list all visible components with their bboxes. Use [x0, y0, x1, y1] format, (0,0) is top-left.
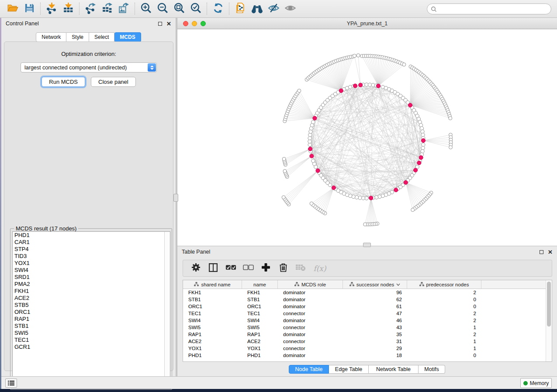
- network-hub-node[interactable]: [404, 180, 408, 184]
- cell-name[interactable]: YOX1: [242, 346, 278, 351]
- mcds-result-list[interactable]: PHD1CAR1STP4TID3YOX1SWI4SRD1PMA2FKH1ACE2…: [12, 231, 170, 388]
- cell-shared-name[interactable]: RAP1: [183, 332, 242, 337]
- zoom-fit-button[interactable]: [171, 2, 187, 16]
- hide-selected-button[interactable]: [265, 2, 282, 16]
- mcds-result-item[interactable]: RAP1: [13, 316, 170, 323]
- minimize-window-icon[interactable]: [192, 21, 197, 26]
- zoom-selected-button[interactable]: [187, 2, 204, 16]
- cell-name[interactable]: ORC1: [242, 304, 278, 309]
- column-header-shared-name[interactable]: shared name: [183, 280, 242, 289]
- cell-successor-nodes[interactable]: 62: [343, 297, 407, 302]
- mcds-result-item[interactable]: STB1: [13, 323, 170, 330]
- mcds-result-item[interactable]: ACE2: [13, 295, 170, 302]
- table-row[interactable]: STB1STB1dominator620: [183, 296, 552, 303]
- network-hub-node[interactable]: [308, 147, 312, 151]
- close-table-panel-icon[interactable]: ✕: [548, 250, 553, 254]
- cell-shared-name[interactable]: PHD1: [183, 353, 242, 358]
- cell-successor-nodes[interactable]: 18: [343, 353, 407, 358]
- cell-predecessor-nodes[interactable]: 2: [407, 318, 481, 323]
- network-window-titlebar[interactable]: YPA_prune.txt_1: [177, 18, 557, 29]
- network-hub-node[interactable]: [310, 154, 314, 158]
- tab-motifs[interactable]: Motifs: [419, 365, 445, 374]
- apply-layout-button[interactable]: [210, 2, 226, 16]
- cell-successor-nodes[interactable]: 61: [343, 304, 407, 309]
- close-window-icon[interactable]: [183, 21, 188, 26]
- mcds-result-item[interactable]: FKH1: [13, 288, 170, 295]
- network-node[interactable]: [356, 54, 360, 57]
- column-header-MCDS-role[interactable]: MCDS role: [278, 280, 343, 289]
- tab-edge-table[interactable]: Edge Table: [329, 365, 369, 374]
- table-row[interactable]: ACE2ACE2connector311: [183, 338, 552, 345]
- search-input[interactable]: [437, 6, 542, 12]
- cell-shared-name[interactable]: YOX1: [183, 346, 242, 351]
- cell-shared-name[interactable]: FKH1: [183, 290, 242, 295]
- network-node[interactable]: [283, 169, 287, 173]
- mcds-result-item[interactable]: PHD1: [13, 232, 170, 239]
- show-column-button[interactable]: [208, 263, 219, 274]
- cell-shared-name[interactable]: SWI5: [183, 325, 242, 330]
- table-options-button[interactable]: [190, 263, 201, 274]
- cell-predecessor-nodes[interactable]: 0: [407, 353, 481, 358]
- cell-MCDS-role[interactable]: connector: [278, 346, 343, 351]
- first-neighbors-button[interactable]: [249, 2, 265, 16]
- network-node[interactable]: [402, 63, 406, 66]
- cell-successor-nodes[interactable]: 29: [343, 346, 407, 351]
- cell-shared-name[interactable]: ORC1: [183, 304, 242, 309]
- tab-node-table[interactable]: Node Table: [289, 365, 329, 374]
- mcds-result-item[interactable]: SWI4: [13, 267, 170, 274]
- import-table-button[interactable]: [60, 2, 76, 16]
- cell-MCDS-role[interactable]: dominator: [278, 297, 343, 302]
- cell-shared-name[interactable]: STB1: [183, 297, 242, 302]
- mcds-result-item[interactable]: SRD1: [13, 274, 170, 281]
- export-table-button[interactable]: [99, 2, 115, 16]
- network-node[interactable]: [282, 157, 286, 161]
- cell-MCDS-role[interactable]: dominator: [278, 353, 343, 358]
- mcds-result-item[interactable]: TEC1: [13, 337, 170, 344]
- network-node[interactable]: [449, 117, 452, 120]
- cell-name[interactable]: PHD1: [242, 353, 278, 358]
- show-all-button[interactable]: [282, 2, 298, 16]
- network-node[interactable]: [298, 89, 301, 93]
- tab-network[interactable]: Network: [36, 32, 66, 42]
- network-hub-node[interactable]: [414, 168, 418, 172]
- unselect-all-columns-button[interactable]: [242, 263, 254, 274]
- cell-predecessor-nodes[interactable]: 0: [407, 297, 481, 302]
- table-scrollbar[interactable]: [546, 280, 552, 361]
- network-hub-node[interactable]: [369, 196, 373, 200]
- cell-successor-nodes[interactable]: 31: [343, 339, 407, 344]
- mcds-result-item[interactable]: TID3: [13, 253, 170, 260]
- network-canvas[interactable]: [177, 29, 557, 246]
- cell-name[interactable]: ACE2: [242, 339, 278, 344]
- mcds-list-scrollbar[interactable]: [164, 232, 170, 388]
- mcds-result-item[interactable]: SWI5: [13, 330, 170, 337]
- cell-successor-nodes[interactable]: 96: [343, 290, 407, 295]
- network-node[interactable]: [282, 196, 285, 199]
- float-panel-icon[interactable]: [158, 22, 162, 26]
- table-row[interactable]: FKH1FKH1dominator962: [183, 289, 552, 296]
- network-hub-node[interactable]: [359, 83, 363, 87]
- export-network-button[interactable]: [82, 2, 99, 16]
- vertical-splitter-handle[interactable]: [173, 194, 178, 202]
- network-hub-node[interactable]: [353, 84, 357, 88]
- cell-predecessor-nodes[interactable]: 2: [407, 290, 481, 295]
- open-file-button[interactable]: [4, 2, 21, 16]
- mcds-result-item[interactable]: CAR1: [13, 239, 170, 246]
- float-table-panel-icon[interactable]: [540, 250, 543, 254]
- save-session-button[interactable]: [21, 2, 38, 16]
- maximize-window-icon[interactable]: [201, 21, 206, 26]
- table-scrollbar-thumb[interactable]: [547, 282, 551, 327]
- mcds-result-item[interactable]: ORC1: [13, 309, 170, 316]
- table-row[interactable]: PHD1PHD1dominator180: [183, 352, 552, 359]
- close-panel-button[interactable]: Close panel: [91, 77, 136, 87]
- memory-button[interactable]: Memory: [520, 378, 552, 388]
- select-all-columns-button[interactable]: [225, 263, 236, 274]
- cell-MCDS-role[interactable]: connector: [278, 339, 343, 344]
- network-node[interactable]: [449, 145, 453, 149]
- cell-predecessor-nodes[interactable]: 1: [407, 325, 481, 330]
- cell-MCDS-role[interactable]: dominator: [278, 290, 343, 295]
- network-hub-node[interactable]: [417, 161, 421, 165]
- network-hub-node[interactable]: [421, 138, 425, 142]
- network-hub-node[interactable]: [316, 168, 320, 172]
- cell-predecessor-nodes[interactable]: 1: [407, 339, 481, 344]
- horizontal-splitter-handle[interactable]: [363, 243, 371, 247]
